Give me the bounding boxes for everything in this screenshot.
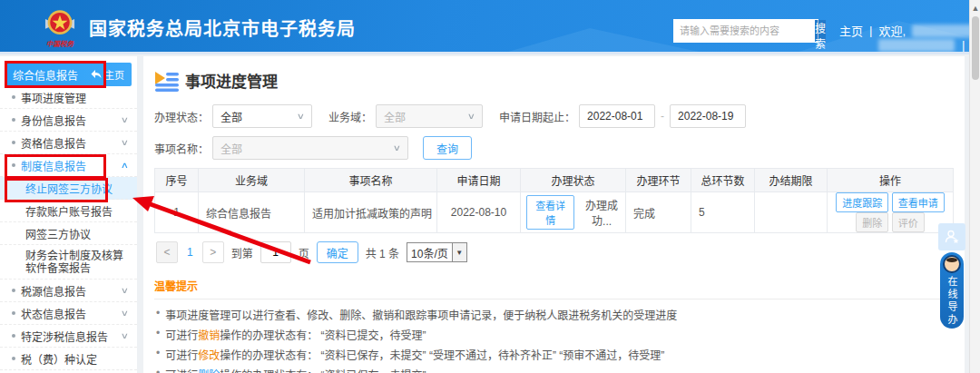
- next-page-button[interactable]: >: [202, 241, 224, 263]
- bullet-icon: •: [156, 327, 160, 342]
- tip-item: •事项进度管理可以进行查看、修改、删除、撤销和跟踪事项申请记录，便于纳税人跟进税…: [154, 307, 954, 322]
- bullet-icon: [12, 289, 15, 292]
- person-star-icon: [944, 229, 960, 245]
- sidebar-item-制度信息报告[interactable]: 制度信息报告 ∧: [0, 154, 137, 177]
- domain-select-value: 全部: [384, 109, 406, 124]
- home-link[interactable]: 主页: [839, 22, 863, 39]
- total-count-label: 共 1 条: [366, 245, 399, 260]
- tip-text-segment: 操作的办理状态有： “资料已保存，未提交” “受理不通过，待补齐补正” “预审不…: [220, 349, 664, 362]
- bullet-icon: [12, 311, 15, 315]
- confirm-page-button[interactable]: 确定: [317, 241, 358, 263]
- sidebar-item-label: 事项进度管理: [21, 90, 128, 105]
- tip-text: 事项进度管理可以进行查看、修改、删除、撤销和跟踪事项申请记录，便于纳税人跟进税务…: [165, 307, 677, 322]
- sidebar-subitem-label: 网签三方协议: [25, 226, 91, 241]
- col-header-domain: 业务域: [199, 169, 305, 192]
- filter-row-1: 办理状态： 全部 ∨ 业务域： 全部 ∨ 申请日期起止： -: [154, 104, 954, 128]
- online-guide-widget[interactable]: 在线导办: [940, 252, 964, 329]
- current-page[interactable]: 1: [185, 246, 195, 259]
- tip-text: 可进行删除操作的办理状态有： “资料已保存，未提交”: [165, 367, 426, 373]
- cell-deadline: [755, 192, 828, 233]
- sidebar-section-综合信息报告[interactable]: 综合信息报告 主页: [5, 63, 132, 86]
- sidebar-item-资格信息报告[interactable]: 资格信息报告 ∨: [0, 132, 137, 154]
- tip-item: •可进行修改操作的办理状态有： “资料已保存，未提交” “受理不通过，待补齐补正…: [154, 347, 954, 362]
- tip-item: •可进行撤销操作的办理状态有： “资料已提交，待受理”: [154, 327, 954, 342]
- site-title: 国家税务总局北京市电子税务局: [89, 15, 356, 41]
- bullet-icon: •: [156, 307, 160, 322]
- sidebar-subitem-财务会计制度及核算软件备案报告[interactable]: 财务会计制度及核算软件备案报告: [0, 245, 137, 280]
- col-header-date: 申请日期: [437, 169, 521, 192]
- goto-page-input[interactable]: [260, 241, 291, 263]
- favorite-user-widget[interactable]: [938, 223, 965, 250]
- main-content-card: 事项进度管理 办理状态： 全部 ∨ 业务域： 全部 ∨ 申请日期起止： - 事项…: [143, 56, 965, 373]
- status-select[interactable]: 全部 ∨: [212, 104, 312, 128]
- delete-button[interactable]: 删除: [856, 212, 888, 232]
- page-size-select[interactable]: 10条/页 ▼: [407, 242, 467, 262]
- col-header-seq: 序号: [155, 169, 199, 192]
- track-progress-button[interactable]: 进度跟踪: [836, 192, 888, 212]
- tip-text-segment: 可进行: [165, 329, 198, 342]
- sidebar-item-特定涉税信息报告[interactable]: 特定涉税信息报告 ∨: [0, 325, 137, 348]
- cell-status: 查看详情 办理成功...: [521, 192, 626, 233]
- sidebar-item-label: 状态信息报告: [21, 306, 116, 321]
- cell-date: 2022-08-10: [437, 192, 521, 233]
- status-select-value: 全部: [220, 109, 242, 124]
- page-title-row: 事项进度管理: [154, 69, 954, 92]
- tip-text: 可进行修改操作的办理状态有： “资料已保存，未提交” “受理不通过，待补齐补正”…: [165, 347, 664, 362]
- tip-text-segment: 撤销: [198, 329, 220, 342]
- bullet-icon: •: [156, 347, 160, 362]
- search-input[interactable]: [674, 20, 814, 42]
- item-name-filter-label: 事项名称：: [154, 141, 209, 156]
- sidebar-item-状态信息报告[interactable]: 状态信息报告 ∨: [0, 302, 137, 325]
- bullet-icon: [12, 95, 15, 99]
- status-text: 办理成功...: [578, 197, 625, 228]
- query-button[interactable]: 查询: [423, 136, 472, 160]
- sidebar-subitem-网签三方协议[interactable]: 网签三方协议: [0, 222, 137, 245]
- item-name-select[interactable]: 全部 ∨: [212, 136, 408, 160]
- evaluate-button[interactable]: 评价: [892, 212, 925, 232]
- sidebar-item-身份信息报告[interactable]: 身份信息报告 ∨: [0, 109, 137, 132]
- separator: |: [962, 38, 965, 52]
- search-button[interactable]: 搜索: [814, 20, 826, 42]
- sidebar-item-税费种认定[interactable]: 税（费）种认定: [0, 348, 137, 370]
- date-range-label: 申请日期起止：: [499, 109, 575, 124]
- chevron-down-icon: ∨: [393, 143, 401, 152]
- page-title: 事项进度管理: [185, 69, 278, 92]
- col-header-step: 办理环节: [626, 169, 691, 192]
- blurred-taxpayer-name: [878, 39, 955, 52]
- sidebar-item-税源信息报告[interactable]: 税源信息报告 ∨: [0, 280, 137, 302]
- scroll-up-arrow-icon[interactable]: ▲: [971, 2, 980, 15]
- scrollbar-thumb[interactable]: [972, 16, 979, 80]
- cell-actions: 进度跟踪 查看申请 删除 评价: [828, 192, 954, 233]
- sidebar-subitem-label: 存款账户账号报告: [25, 203, 113, 219]
- chevron-down-icon: ∨: [467, 112, 475, 121]
- sidebar-subitem-终止网签三方协议[interactable]: 终止网签三方协议: [0, 177, 137, 200]
- view-application-button[interactable]: 查看申请: [892, 192, 945, 212]
- domain-select[interactable]: 全部 ∨: [376, 104, 483, 128]
- view-detail-button[interactable]: 查看详情: [526, 195, 574, 230]
- prev-page-button[interactable]: <: [156, 241, 178, 263]
- svg-text:中国税务: 中国税务: [46, 40, 75, 48]
- chevron-down-icon: ∨: [121, 138, 129, 147]
- welcome-label: 欢迎,: [878, 22, 906, 39]
- sidebar-subitem-label: 财务会计制度及核算软件备案报告: [25, 250, 130, 275]
- bullet-icon: [12, 357, 15, 360]
- page-scrollbar[interactable]: ▲: [969, 0, 980, 373]
- sidebar-item-事项进度管理[interactable]: 事项进度管理: [0, 86, 137, 109]
- page-title-icon: [154, 70, 180, 92]
- date-dash: -: [661, 110, 664, 123]
- table-row: 1 综合信息报告 适用加计抵减政策的声明 2022-08-10 查看详情 办理成…: [155, 192, 954, 233]
- top-header: 中国税务 国家税务总局北京市电子税务局 搜索 主页 | 欢迎, | 退出 |: [0, 0, 980, 52]
- bullet-icon: [12, 118, 15, 122]
- tax-bureau-emblem-icon: 中国税务: [40, 5, 80, 50]
- tip-text: 可进行撤销操作的办理状态有： “资料已提交，待受理”: [165, 327, 426, 342]
- page-size-value: 10条/页: [407, 245, 452, 260]
- back-to-home-button[interactable]: 主页: [91, 67, 124, 82]
- back-arrow-icon: [91, 70, 102, 79]
- date-to-input[interactable]: [670, 104, 746, 128]
- cell-seq: 1: [155, 192, 199, 233]
- status-filter-label: 办理状态：: [154, 109, 209, 124]
- date-from-input[interactable]: [579, 104, 655, 128]
- page-unit-label: 页: [299, 245, 309, 260]
- tip-text-segment: 事项进度管理可以进行查看、修改、删除、撤销和跟踪事项申请记录，便于纳税人跟进税务…: [165, 309, 677, 322]
- sidebar-subitem-存款账户账号报告[interactable]: 存款账户账号报告: [0, 200, 137, 222]
